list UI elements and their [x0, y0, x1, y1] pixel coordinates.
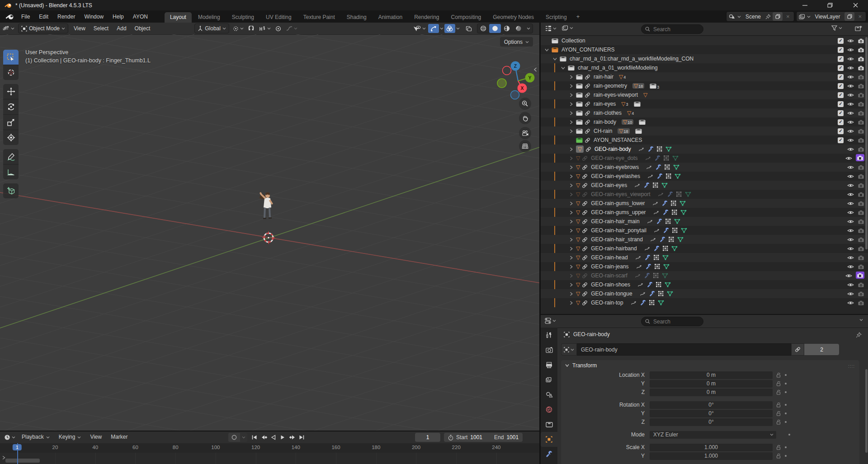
proportional-editing-toggle[interactable]	[273, 24, 284, 33]
lock-icon[interactable]	[776, 389, 781, 395]
timeline-menu-view[interactable]: View	[85, 431, 106, 443]
render-camera-icon[interactable]	[856, 272, 864, 280]
pin-id-icon[interactable]	[856, 332, 862, 338]
exclude-checkbox[interactable]: ✓	[838, 101, 844, 107]
render-camera-icon[interactable]	[858, 92, 864, 98]
hide-eye-icon[interactable]	[847, 300, 854, 305]
hide-eye-icon[interactable]	[847, 264, 854, 269]
scene-selector[interactable]: Scene ×	[726, 11, 794, 22]
viewport-canvas[interactable]: User Perspective (1) Collection | GEO-ra…	[0, 34, 539, 431]
expand-toggle-icon[interactable]	[568, 291, 574, 296]
properties-tab-collection[interactable]	[541, 417, 557, 432]
pin-icon[interactable]	[765, 14, 771, 19]
lock-icon[interactable]	[776, 381, 781, 386]
menu-ayon[interactable]: AYON	[128, 11, 152, 23]
properties-tab-world[interactable]	[541, 402, 557, 417]
expand-toggle-icon[interactable]	[568, 210, 574, 215]
pivot-point-selector[interactable]	[231, 26, 246, 32]
outliner-row[interactable]: char_rnd_a_01:char_rnd_a_workfileModelin…	[541, 54, 868, 63]
timeline-tracks[interactable]	[0, 453, 539, 464]
outliner-row[interactable]: rain-geometry▽183✓	[541, 81, 868, 90]
mode-selector[interactable]: Object Mode	[18, 23, 68, 33]
viewport-menu-object[interactable]: Object	[131, 23, 155, 34]
playhead-frame-badge[interactable]: 1	[13, 444, 22, 450]
gizmo-axis-z-neg[interactable]	[511, 91, 519, 99]
outliner-filter-selector[interactable]	[829, 25, 844, 31]
menu-render[interactable]: Render	[53, 11, 80, 23]
tool-add-cube[interactable]	[3, 183, 19, 198]
hide-eye-icon[interactable]	[847, 147, 854, 152]
zoom-button[interactable]	[519, 98, 531, 110]
transform-value-field[interactable]: 1.000	[650, 452, 773, 460]
overlays-settings-selector[interactable]	[455, 27, 461, 30]
expand-toggle-icon[interactable]	[568, 264, 574, 269]
hide-eye-icon[interactable]	[847, 183, 854, 188]
animate-property-dot[interactable]	[785, 421, 787, 423]
timeline-hscrollbar[interactable]	[5, 459, 40, 463]
end-frame-value[interactable]: 1001	[506, 434, 519, 441]
workspace-tab-geometry-nodes[interactable]: Geometry Nodes	[487, 12, 539, 23]
hide-eye-icon[interactable]	[847, 84, 854, 89]
transform-orientation-selector[interactable]: Global	[194, 23, 229, 33]
selectability-visibility-selector[interactable]	[411, 26, 428, 32]
expand-toggle-icon[interactable]	[568, 165, 574, 170]
properties-search-input[interactable]	[652, 318, 699, 325]
toggle-orthographic-button[interactable]	[519, 140, 531, 152]
tool-move[interactable]	[3, 84, 19, 99]
hide-eye-icon[interactable]	[847, 93, 854, 98]
outliner-item-label[interactable]: GEO-rain-eyes	[590, 182, 627, 188]
current-frame-field[interactable]: 1	[415, 433, 440, 442]
editor-type-button[interactable]	[0, 25, 17, 32]
render-camera-icon[interactable]	[858, 137, 864, 143]
properties-options-selector[interactable]	[857, 319, 865, 321]
gizmo-axis-y-neg[interactable]	[497, 79, 506, 88]
outliner-item-label[interactable]: GEO-rain-eyelashes	[590, 173, 640, 179]
shading-solid-button[interactable]	[489, 24, 501, 33]
lock-icon[interactable]	[776, 411, 781, 416]
properties-editor-type-button[interactable]	[542, 318, 558, 324]
tool-transform[interactable]	[3, 130, 19, 145]
exclude-checkbox[interactable]: ✓	[838, 65, 844, 71]
render-camera-icon[interactable]	[858, 74, 864, 80]
shading-rendered-button[interactable]	[513, 24, 524, 33]
lock-icon[interactable]	[776, 453, 781, 459]
hide-eye-icon[interactable]	[847, 210, 854, 215]
workspace-tab-shading[interactable]: Shading	[341, 12, 372, 23]
hide-eye-icon[interactable]	[847, 129, 854, 134]
tool-scale[interactable]	[3, 115, 19, 130]
render-camera-icon[interactable]	[858, 219, 864, 225]
blender-menu-logo-icon[interactable]	[5, 14, 14, 20]
outliner-scrollbar[interactable]	[865, 37, 868, 249]
viewport-menu-view[interactable]: View	[70, 23, 90, 34]
viewport-3d[interactable]: Object Mode ViewSelectAddObject Global	[0, 23, 539, 431]
hide-eye-icon[interactable]	[845, 273, 852, 278]
outliner-item-label[interactable]: Collection	[560, 37, 585, 44]
expand-toggle-icon[interactable]	[568, 228, 574, 233]
timeline-menu-playback[interactable]: Playback	[17, 431, 54, 443]
jump-to-prev-keyframe-button[interactable]	[259, 433, 268, 442]
render-camera-icon[interactable]	[858, 47, 864, 53]
pan-button[interactable]	[519, 112, 531, 124]
properties-tab-view-layer[interactable]	[541, 372, 557, 387]
transform-value-field[interactable]: 0 m	[650, 380, 773, 388]
animate-property-dot[interactable]	[785, 391, 787, 393]
expand-toggle-icon[interactable]	[568, 192, 574, 197]
render-camera-icon[interactable]	[858, 228, 864, 234]
new-collection-button[interactable]	[853, 25, 864, 32]
outliner-item-label[interactable]: GEO-rain-hair_ponytail	[590, 227, 646, 234]
outliner-item-label[interactable]: rain-clothes	[592, 110, 622, 116]
auto-keying-toggle[interactable]	[228, 433, 240, 442]
outliner-item-label[interactable]: GEO-rain-body	[593, 146, 631, 152]
outliner-row[interactable]: ▽GEO-rain-scarf	[541, 271, 868, 280]
workspace-tab-uv-editing[interactable]: UV Editing	[260, 12, 297, 23]
remove-viewlayer-button[interactable]: ×	[856, 13, 863, 20]
show-overlays-toggle[interactable]	[444, 24, 455, 33]
hide-eye-icon[interactable]	[847, 102, 854, 107]
hide-eye-icon[interactable]	[847, 120, 854, 125]
animate-property-dot[interactable]	[785, 383, 787, 384]
outliner-item-label[interactable]: rain-hair	[592, 74, 613, 80]
expand-toggle-icon[interactable]	[568, 111, 574, 116]
tool-measure[interactable]	[3, 164, 19, 179]
render-camera-icon[interactable]	[858, 183, 864, 188]
sidebar-toggle-icon[interactable]	[533, 67, 537, 72]
